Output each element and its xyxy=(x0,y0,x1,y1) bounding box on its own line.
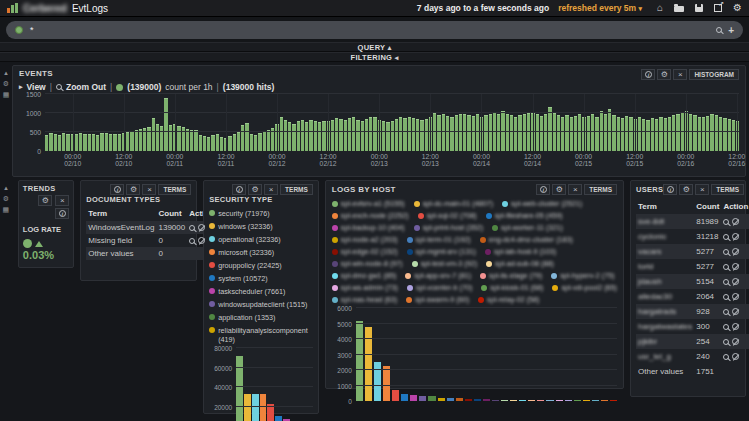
chart-bar[interactable] xyxy=(474,399,481,401)
chart-bar[interactable] xyxy=(416,119,419,151)
chart-bar[interactable] xyxy=(58,135,61,151)
exclude-term-icon[interactable] xyxy=(732,263,739,270)
legend-item[interactable]: taskscheduler (7661) xyxy=(209,287,313,296)
chart-bar[interactable] xyxy=(233,134,236,151)
chart-bar[interactable] xyxy=(361,121,364,151)
panel-config-button[interactable]: ⚙ xyxy=(552,184,566,195)
chart-bar[interactable] xyxy=(548,107,551,151)
chart-bar[interactable] xyxy=(118,134,121,151)
legend-item[interactable]: spl-web-cluster (2521) xyxy=(502,199,582,208)
chart-bar[interactable] xyxy=(459,114,462,151)
chart-bar[interactable] xyxy=(587,116,590,151)
search-icon[interactable] xyxy=(716,27,722,33)
chart-bar[interactable] xyxy=(565,400,572,401)
legend-item[interactable]: spl-node-a2 (203) xyxy=(332,235,398,244)
legend-item[interactable]: spl-iis-stage (79) xyxy=(480,271,542,280)
chart-bar[interactable] xyxy=(392,390,399,401)
chart-bar[interactable] xyxy=(574,116,577,151)
legend-item[interactable]: microsoft (32336) xyxy=(209,248,313,257)
chart-bar[interactable] xyxy=(719,117,722,151)
panel-config-button[interactable]: ⚙ xyxy=(679,184,693,195)
save-dashboard-icon[interactable] xyxy=(695,4,703,12)
legend-item[interactable]: windowsupdateclient (1515) xyxy=(209,300,313,309)
chart-bar[interactable] xyxy=(510,400,517,401)
chart-bar[interactable] xyxy=(419,396,426,401)
chart-bar[interactable] xyxy=(297,121,300,151)
search-term-icon[interactable] xyxy=(189,225,195,231)
exclude-term-icon[interactable] xyxy=(732,218,739,225)
search-term-icon[interactable] xyxy=(723,324,729,330)
chart-bar[interactable] xyxy=(510,115,513,151)
chart-bar[interactable] xyxy=(365,119,368,151)
chart-bar[interactable] xyxy=(664,118,667,151)
legend-item[interactable]: application (1353) xyxy=(209,313,313,322)
chart-bar[interactable] xyxy=(732,120,735,151)
chart-bar[interactable] xyxy=(96,135,99,151)
chart-bar[interactable] xyxy=(301,120,304,151)
legend-item[interactable]: spl-worker-11 (321) xyxy=(492,223,563,232)
chart-bar[interactable] xyxy=(651,118,654,151)
chart-bar[interactable] xyxy=(578,114,581,151)
chart-bar[interactable] xyxy=(655,119,658,151)
legend-item[interactable]: spl-test-vm-3 (92) xyxy=(412,259,477,268)
chart-bar[interactable] xyxy=(177,126,180,151)
refresh-interval-dropdown[interactable]: refreshed every 5m ▾ xyxy=(558,3,642,13)
chart-bar[interactable] xyxy=(356,120,359,151)
search-term-icon[interactable] xyxy=(723,354,729,360)
chart-bar[interactable] xyxy=(260,394,267,421)
chart-bar[interactable] xyxy=(403,118,406,151)
chart-bar[interactable] xyxy=(399,117,402,151)
legend-item[interactable]: spl-print-host (352) xyxy=(414,223,483,232)
chart-bar[interactable] xyxy=(139,129,142,151)
query-color-dot[interactable] xyxy=(15,26,23,34)
chart-bar[interactable] xyxy=(638,117,641,151)
panel-close-button[interactable]: × xyxy=(673,69,687,80)
chart-bar[interactable] xyxy=(309,120,312,151)
query-input[interactable]: * + xyxy=(6,21,743,39)
chart-bar[interactable] xyxy=(401,394,408,401)
chart-bar[interactable] xyxy=(83,134,86,151)
chart-bar[interactable] xyxy=(706,116,709,151)
chart-bar[interactable] xyxy=(546,400,553,401)
panel-info-button[interactable]: i xyxy=(232,184,246,195)
chart-bar[interactable] xyxy=(344,120,347,151)
chart-bar[interactable] xyxy=(288,122,291,151)
legend-item[interactable]: spl-kiosk-01 (68) xyxy=(481,283,543,292)
chart-bar[interactable] xyxy=(254,135,257,151)
legend-item[interactable]: spl-lab-host-9 (103) xyxy=(485,247,556,256)
legend-item[interactable]: eng-dc4-dmz-cluster (183) xyxy=(480,235,573,244)
chart-bar[interactable] xyxy=(156,124,159,151)
exclude-term-icon[interactable] xyxy=(732,293,739,300)
chart-bar[interactable] xyxy=(75,134,78,151)
chart-bar[interactable] xyxy=(621,118,624,151)
legend-item[interactable]: system (10572) xyxy=(209,274,313,283)
chart-bar[interactable] xyxy=(484,115,487,151)
legend-item[interactable]: spl-vdi-pool2 (65) xyxy=(552,283,617,292)
chart-bar[interactable] xyxy=(280,117,283,151)
chart-bar[interactable] xyxy=(135,130,138,151)
legend-item[interactable]: spl-mgmt-srv (131) xyxy=(407,247,476,256)
panel-close-button[interactable]: × xyxy=(55,195,69,206)
legend-item[interactable]: spl-term-01 (192) xyxy=(407,235,471,244)
chart-bar[interactable] xyxy=(348,118,351,151)
chart-bar[interactable] xyxy=(497,114,500,151)
panel-info-button[interactable]: i xyxy=(536,184,550,195)
legend-item[interactable]: spl-relay-02 (58) xyxy=(478,295,539,304)
legend-item[interactable]: spl-swarm-9 (60) xyxy=(406,295,469,304)
chart-bar[interactable] xyxy=(250,134,253,151)
chart-bar[interactable] xyxy=(447,398,454,401)
chart-bar[interactable] xyxy=(610,400,617,401)
panel-type-tab-terms[interactable]: TERMS xyxy=(280,184,313,195)
legend-item[interactable]: spl-backup-10 (404) xyxy=(332,223,405,232)
chart-bar[interactable] xyxy=(625,116,628,151)
chart-bar[interactable] xyxy=(386,122,389,151)
row-settings-gear-icon[interactable]: ⚙ xyxy=(3,80,9,87)
chart-bar[interactable] xyxy=(164,98,167,151)
add-panel-icon[interactable]: ▦ xyxy=(3,91,10,98)
chart-bar[interactable] xyxy=(476,114,479,151)
exclude-term-icon[interactable] xyxy=(732,338,739,345)
legend-item[interactable]: spl-app-srv-7 (81) xyxy=(405,271,471,280)
add-query-icon[interactable]: + xyxy=(728,25,734,36)
panel-type-tab-histogram[interactable]: HISTOGRAM xyxy=(689,69,739,80)
chart-bar[interactable] xyxy=(472,116,475,151)
